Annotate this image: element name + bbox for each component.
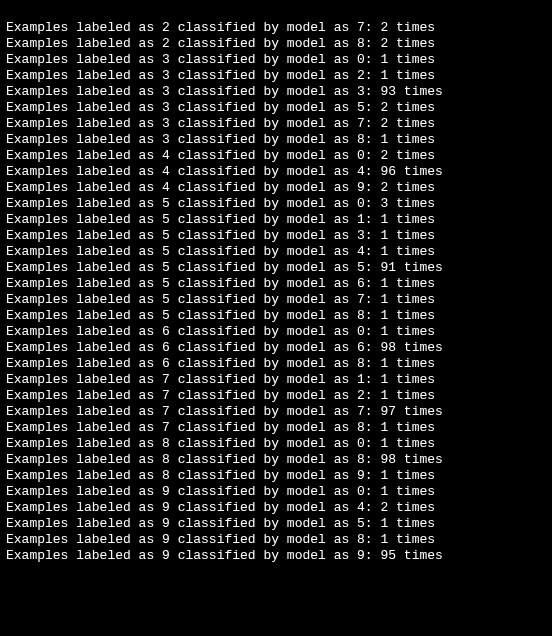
confusion-line: Examples labeled as 5 classified by mode… xyxy=(6,244,546,260)
confusion-line: Examples labeled as 3 classified by mode… xyxy=(6,100,546,116)
confusion-line: Examples labeled as 7 classified by mode… xyxy=(6,420,546,436)
confusion-line: Examples labeled as 5 classified by mode… xyxy=(6,212,546,228)
confusion-line: Examples labeled as 5 classified by mode… xyxy=(6,308,546,324)
confusion-line: Examples labeled as 5 classified by mode… xyxy=(6,276,546,292)
confusion-line: Examples labeled as 5 classified by mode… xyxy=(6,196,546,212)
confusion-line: Examples labeled as 6 classified by mode… xyxy=(6,356,546,372)
confusion-line: Examples labeled as 9 classified by mode… xyxy=(6,548,546,564)
confusion-line: Examples labeled as 4 classified by mode… xyxy=(6,180,546,196)
confusion-line: Examples labeled as 7 classified by mode… xyxy=(6,404,546,420)
confusion-line: Examples labeled as 3 classified by mode… xyxy=(6,52,546,68)
confusion-line: Examples labeled as 8 classified by mode… xyxy=(6,452,546,468)
terminal-output: Examples labeled as 2 classified by mode… xyxy=(0,0,552,636)
confusion-line: Examples labeled as 6 classified by mode… xyxy=(6,340,546,356)
confusion-line: Examples labeled as 4 classified by mode… xyxy=(6,164,546,180)
confusion-line: Examples labeled as 2 classified by mode… xyxy=(6,36,546,52)
confusion-line: Examples labeled as 9 classified by mode… xyxy=(6,500,546,516)
confusion-line: Examples labeled as 7 classified by mode… xyxy=(6,372,546,388)
confusion-line: Examples labeled as 4 classified by mode… xyxy=(6,148,546,164)
confusion-line: Examples labeled as 8 classified by mode… xyxy=(6,468,546,484)
blank-line xyxy=(6,612,546,628)
confusion-lines-block: Examples labeled as 2 classified by mode… xyxy=(6,20,546,564)
confusion-line: Examples labeled as 5 classified by mode… xyxy=(6,228,546,244)
confusion-line: Examples labeled as 3 classified by mode… xyxy=(6,132,546,148)
confusion-line: Examples labeled as 3 classified by mode… xyxy=(6,68,546,84)
blank-line xyxy=(6,580,546,596)
confusion-line: Examples labeled as 3 classified by mode… xyxy=(6,84,546,100)
confusion-line: Examples labeled as 6 classified by mode… xyxy=(6,324,546,340)
confusion-line: Examples labeled as 5 classified by mode… xyxy=(6,292,546,308)
confusion-line: Examples labeled as 8 classified by mode… xyxy=(6,436,546,452)
confusion-line: Examples labeled as 9 classified by mode… xyxy=(6,516,546,532)
confusion-line: Examples labeled as 7 classified by mode… xyxy=(6,388,546,404)
confusion-line: Examples labeled as 5 classified by mode… xyxy=(6,260,546,276)
confusion-line: Examples labeled as 3 classified by mode… xyxy=(6,116,546,132)
confusion-line: Examples labeled as 9 classified by mode… xyxy=(6,484,546,500)
confusion-line: Examples labeled as 9 classified by mode… xyxy=(6,532,546,548)
confusion-line: Examples labeled as 2 classified by mode… xyxy=(6,20,546,36)
